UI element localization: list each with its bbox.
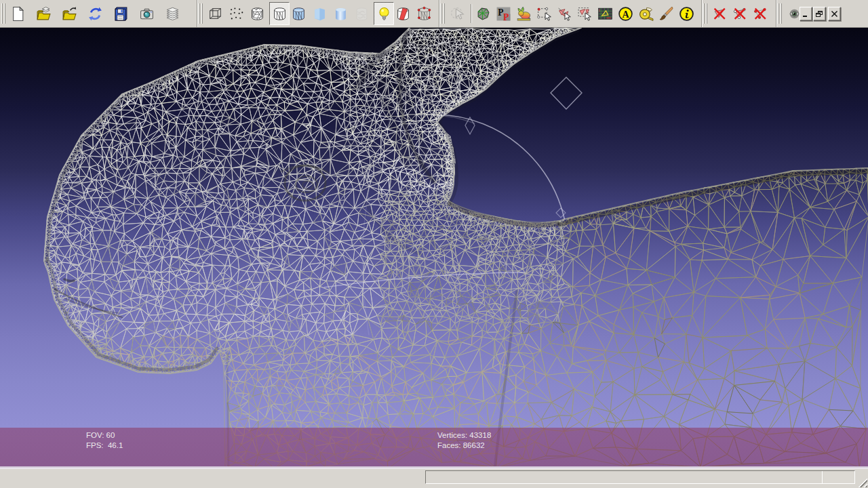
edit-measure-button[interactable] [637, 3, 654, 24]
delete-faces-and-vertices-button[interactable] [731, 3, 749, 24]
smooth-icon [333, 6, 349, 22]
hud-fps: FPS: 46.1 [86, 441, 123, 449]
edit-paint-button[interactable] [515, 3, 532, 24]
open-mesh-icon [62, 6, 77, 22]
sel-vert-render-icon [416, 6, 432, 22]
toolbar-handle[interactable] [703, 3, 709, 24]
edit-arrow-icon [450, 6, 465, 22]
brush-icon [658, 6, 674, 22]
close-button[interactable] [828, 7, 841, 21]
del-faces-verts-icon [732, 6, 748, 22]
points-icon [229, 6, 244, 22]
layers-icon [165, 6, 180, 22]
tape-icon [638, 6, 654, 22]
import-mesh-button[interactable] [60, 3, 78, 24]
new-empty-project-button[interactable] [9, 3, 26, 24]
render-points-button[interactable] [227, 3, 245, 24]
del-faces-icon [712, 6, 728, 22]
toolbar-group-file [0, 0, 181, 27]
select-vertices-button[interactable] [535, 3, 553, 24]
save-icon [113, 6, 129, 22]
edit-paintbrush-button[interactable] [657, 3, 675, 24]
viewport-3d[interactable]: FOV: 60 FPS: 46.1 Vertices: 43318 Faces:… [0, 28, 868, 469]
render-smooth-button[interactable] [332, 3, 349, 24]
gl-scene: FOV: 60 FPS: 46.1 Vertices: 43318 Faces:… [0, 28, 868, 469]
hud-faces: Faces: 86632 [437, 441, 485, 449]
delete-selected-vertices-button[interactable] [751, 3, 769, 24]
win-min-icon [802, 9, 810, 18]
hud-vertices: Vertices: 43318 [437, 431, 491, 439]
render-flat-button[interactable] [311, 3, 328, 24]
bbox-icon [208, 6, 223, 22]
edit-pick-button [448, 3, 466, 24]
snapshot-icon [139, 6, 155, 22]
toolbar-group-render-mode [197, 0, 433, 27]
toolbar-handle[interactable] [1, 3, 7, 24]
render-flat-lines-button[interactable] [290, 3, 307, 24]
hud-fov: FOV: 60 [86, 431, 115, 439]
restore-button[interactable] [813, 7, 826, 21]
del-verts-icon [753, 6, 768, 22]
edit-annotation-button[interactable] [616, 3, 634, 24]
circle-a-icon [618, 6, 633, 22]
flat-icon [312, 6, 328, 22]
select-connected-faces-button[interactable] [576, 3, 593, 24]
texture-icon [354, 6, 370, 22]
resize-grip[interactable] [856, 476, 867, 487]
hud-overlay: FOV: 60 FPS: 46.1 Vertices: 43318 Faces:… [0, 428, 868, 469]
minimize-button[interactable] [800, 7, 812, 21]
snapshot-button[interactable] [138, 3, 155, 24]
reload-icon [87, 6, 103, 22]
toolbar-group-mdi-controls [799, 0, 841, 27]
hud-bar [0, 428, 868, 466]
edit-align-button[interactable] [596, 3, 614, 24]
toolbar [0, 0, 868, 28]
statusbar-progress-area [425, 470, 855, 484]
mesh-green-icon [475, 6, 491, 22]
align-icon [597, 6, 613, 22]
flat-lines-icon [291, 6, 307, 22]
pick-points-icon [496, 6, 511, 22]
save-mesh-button[interactable] [112, 3, 130, 24]
render-selected-vertices-button[interactable] [415, 3, 433, 24]
sel-vertices-icon [536, 6, 552, 22]
info-icon [679, 6, 694, 22]
backface-culling-button[interactable] [394, 3, 412, 24]
sel-faces-icon [577, 6, 593, 22]
toolbar-group-delete [701, 0, 769, 27]
toggle-light-button[interactable] [374, 2, 394, 25]
select-faces-rectangle-button[interactable] [555, 3, 573, 24]
toolbar-separator [471, 4, 472, 23]
backface-icon [395, 6, 411, 22]
edit-hole-filling-button[interactable] [474, 3, 492, 24]
win-close-icon [830, 9, 839, 18]
win-restore-icon [815, 9, 824, 18]
show-layer-dialog-button[interactable] [163, 3, 181, 24]
open-project-icon [36, 6, 52, 22]
statusbar [0, 469, 868, 488]
edit-pick-points-button[interactable] [494, 3, 512, 24]
toolbar-handle[interactable] [778, 3, 783, 24]
render-wireframe-button[interactable] [248, 3, 266, 24]
delete-selected-faces-button[interactable] [711, 3, 728, 24]
wireframe-icon [250, 6, 265, 22]
toolbar-handle[interactable] [199, 3, 204, 24]
paint-bunny-icon [516, 6, 532, 22]
open-project-button[interactable] [35, 3, 52, 24]
edit-info-button[interactable] [677, 3, 695, 24]
light-icon [376, 6, 392, 22]
doc-new-icon [10, 6, 26, 22]
toolbar-handle[interactable] [441, 3, 446, 24]
render-bbox-button[interactable] [206, 3, 224, 24]
render-hidden-lines-button[interactable] [269, 2, 290, 25]
sel-faces-rect-icon [557, 6, 572, 22]
meshlab-window: FOV: 60 FPS: 46.1 Vertices: 43318 Faces:… [0, 0, 868, 488]
statusbar-cell [823, 471, 854, 483]
hidden-lines-icon [272, 6, 288, 22]
toolbar-group-edit [439, 0, 695, 27]
statusbar-divider [822, 471, 823, 483]
reload-mesh-button[interactable] [86, 3, 104, 24]
render-texture-button [353, 3, 370, 24]
